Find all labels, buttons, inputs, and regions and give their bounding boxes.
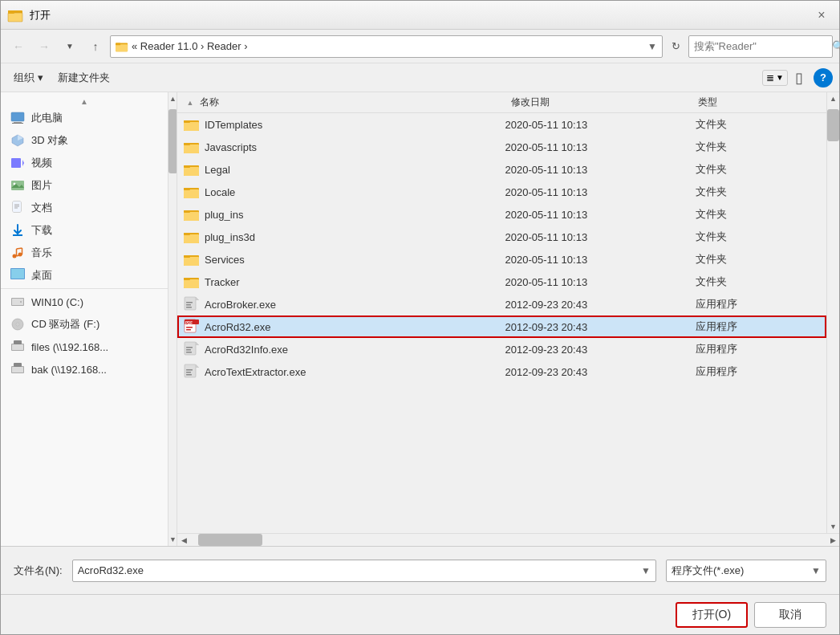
svg-rect-65 — [184, 279, 199, 288]
file-type: 应用程序 — [692, 364, 820, 379]
address-bar[interactable]: « Reader 11.0 › Reader › ▼ — [110, 35, 663, 58]
svg-rect-90 — [186, 372, 191, 373]
file-list-area: ▲ 名称 修改日期 类型 — [177, 92, 839, 546]
file-name: Tracker — [205, 276, 240, 288]
file-date: 2020-05-11 10:13 — [502, 186, 693, 198]
help-button[interactable]: ? — [814, 68, 833, 88]
file-type: 文件夹 — [692, 252, 820, 267]
table-row[interactable]: AcroTextExtractor.exe 2012-09-23 20:43 应… — [177, 360, 826, 383]
new-folder-button[interactable]: 新建文件夹 — [50, 67, 118, 88]
filelist-scrollbar-v[interactable]: ▲ ▼ — [826, 92, 839, 533]
sidebar-item-files-net[interactable]: files (\\192.168... — [1, 336, 168, 358]
table-row[interactable]: plug_ins 2020-05-11 10:13 文件夹 — [177, 203, 826, 226]
action-bar: 组织 ▾ 新建文件夹 ≣ ▼ ▯ ? — [1, 63, 839, 92]
organize-button[interactable]: 组织 ▾ — [7, 67, 50, 88]
sidebar-scroll-track[interactable] — [168, 105, 177, 533]
network-drive-icon-1 — [10, 340, 25, 354]
up-button[interactable]: ↑ — [84, 35, 107, 58]
search-icon: 🔍 — [832, 40, 840, 52]
sidebar-item-downloads[interactable]: 下载 — [1, 219, 168, 242]
back-button[interactable]: ← — [7, 35, 30, 58]
table-row[interactable]: Tracker 2020-05-11 10:13 文件夹 — [177, 271, 826, 293]
pane-button[interactable]: ▯ — [788, 67, 810, 89]
sidebar-item-pictures[interactable]: 图片 — [1, 174, 168, 197]
sidebar-scroll-up-arrow[interactable]: ▲ — [168, 92, 177, 105]
filelist-scrollbar-h[interactable]: ◀ ▶ — [177, 533, 839, 546]
svg-rect-5 — [116, 44, 128, 51]
table-row[interactable]: Javascripts 2020-05-11 10:13 文件夹 — [177, 136, 826, 158]
table-row-selected[interactable]: PDF AcroRd32.exe 2012-09-23 20:43 应用程序 — [177, 315, 826, 338]
sidebar-item-bak-net[interactable]: bak (\\192.168... — [1, 358, 168, 381]
file-name: plug_ins3d — [205, 231, 255, 243]
cancel-button[interactable]: 取消 — [754, 602, 826, 628]
pictures-icon — [10, 178, 25, 193]
refresh-button[interactable]: ↻ — [666, 37, 685, 56]
view-buttons: ≣ ▼ — [762, 70, 788, 86]
search-input[interactable] — [694, 40, 829, 52]
folder-icon — [184, 184, 200, 200]
table-row[interactable]: Locale 2020-05-11 10:13 文件夹 — [177, 181, 826, 203]
filelist-scroll-down[interactable]: ▼ — [827, 520, 839, 533]
filename-dropdown-arrow[interactable]: ▼ — [641, 565, 651, 576]
column-header-name[interactable]: 名称 — [197, 96, 509, 109]
filetype-chevron: ▼ — [811, 565, 821, 576]
file-list: ▲ 名称 修改日期 类型 — [177, 92, 826, 533]
view-dropdown[interactable]: ≣ ▼ — [762, 70, 788, 86]
close-button[interactable]: × — [810, 4, 833, 26]
view-icon: ≣ — [766, 72, 774, 83]
table-row[interactable]: AcroBroker.exe 2012-09-23 20:43 应用程序 — [177, 293, 826, 315]
sidebar-scroll-up[interactable]: ▲ — [1, 96, 168, 107]
filelist-scroll-left[interactable]: ◀ — [177, 536, 190, 544]
sidebar-scroll-down-arrow[interactable]: ▼ — [168, 533, 177, 546]
sidebar-label-video: 视频 — [31, 156, 52, 170]
sidebar-item-desktop[interactable]: 桌面 — [1, 264, 168, 287]
table-row[interactable]: AcroRd32Info.exe 2012-09-23 20:43 应用程序 — [177, 338, 826, 360]
file-type: 文件夹 — [692, 117, 820, 132]
exe-icon — [184, 296, 200, 312]
forward-button[interactable]: → — [33, 35, 55, 58]
svg-text:PDF: PDF — [185, 321, 193, 325]
column-header-type[interactable]: 类型 — [695, 96, 820, 109]
filelist-scroll-h-track[interactable] — [190, 534, 826, 546]
sidebar: ▲ 此电脑 3D 对象 — [1, 92, 168, 546]
filename-input[interactable] — [78, 564, 638, 576]
filelist-scroll-track[interactable] — [827, 105, 839, 520]
table-row[interactable]: IDTemplates 2020-05-11 10:13 文件夹 — [177, 113, 826, 136]
sidebar-item-win10[interactable]: WIN10 (C:) — [1, 291, 168, 313]
svg-rect-59 — [184, 234, 199, 243]
sidebar-item-3d-objects[interactable]: 3D 对象 — [1, 129, 168, 152]
filelist-scroll-thumb[interactable] — [827, 109, 839, 141]
filelist-scroll-h-thumb[interactable] — [198, 534, 262, 546]
sidebar-item-this-pc[interactable]: 此电脑 — [1, 107, 168, 129]
folder-icon — [184, 229, 200, 245]
table-row[interactable]: plug_ins3d 2020-05-11 10:13 文件夹 — [177, 226, 826, 248]
table-row[interactable]: Legal 2020-05-11 10:13 文件夹 — [177, 158, 826, 181]
svg-rect-50 — [184, 167, 199, 176]
file-type: 文件夹 — [692, 275, 820, 289]
dropdown-nav-button[interactable]: ▼ — [59, 35, 81, 58]
sidebar-scrollbar[interactable]: ▲ ▼ — [168, 92, 177, 546]
sidebar-scroll-thumb[interactable] — [168, 109, 177, 173]
svg-rect-41 — [12, 367, 23, 372]
filelist-scroll-right[interactable]: ▶ — [826, 536, 839, 544]
filelist-scroll-up[interactable]: ▲ — [827, 92, 839, 105]
filetype-select[interactable]: 程序文件(*.exe) ▼ — [666, 560, 826, 582]
sidebar-item-video[interactable]: 视频 — [1, 152, 168, 174]
svg-rect-80 — [185, 342, 196, 355]
sidebar-item-music[interactable]: 音乐 — [1, 242, 168, 264]
column-header-date[interactable]: 修改日期 — [508, 96, 695, 109]
sidebar-item-documents[interactable]: 文档 — [1, 197, 168, 219]
address-dropdown-chevron[interactable]: ▼ — [647, 41, 657, 52]
table-row[interactable]: Services 2020-05-11 10:13 文件夹 — [177, 248, 826, 271]
svg-line-28 — [17, 248, 22, 249]
filename-input-wrapper[interactable]: ▼ — [72, 560, 656, 582]
search-bar[interactable]: 🔍 — [688, 35, 833, 58]
svg-rect-9 — [12, 123, 23, 124]
sidebar-label-this-pc: 此电脑 — [31, 111, 63, 125]
sidebar-item-cd[interactable]: CD 驱动器 (F:) — [1, 313, 168, 336]
open-button[interactable]: 打开(O) — [676, 602, 748, 628]
sidebar-label-music: 音乐 — [31, 246, 52, 260]
svg-rect-51 — [184, 165, 190, 168]
sidebar-label-pictures: 图片 — [31, 178, 52, 193]
network-drive-icon-2 — [10, 362, 25, 377]
